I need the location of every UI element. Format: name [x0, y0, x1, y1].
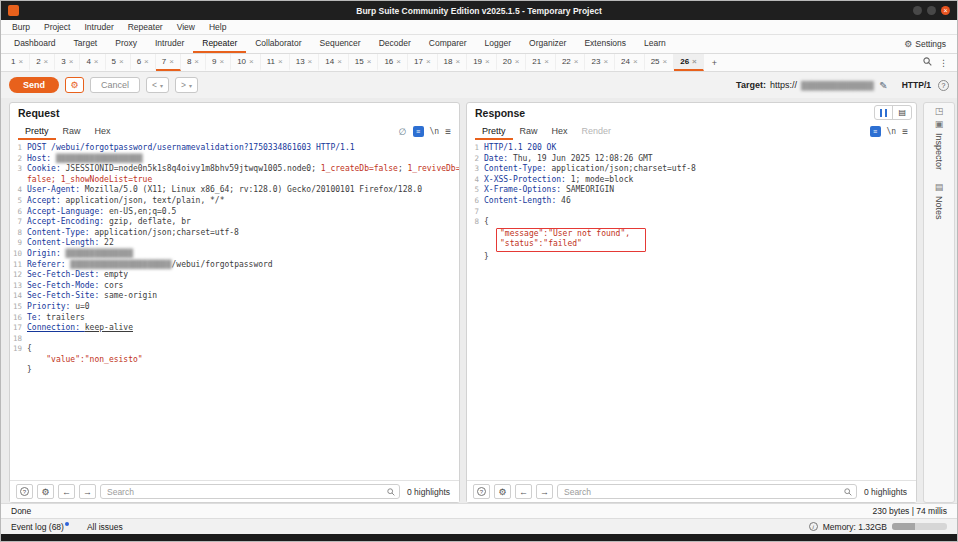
search-prev-button[interactable]: ←: [515, 484, 532, 499]
search-next-button[interactable]: →: [79, 484, 96, 499]
syntax-highlight-icon[interactable]: ≡: [413, 126, 424, 137]
repeater-tab-10[interactable]: 10×: [231, 54, 261, 71]
code-line[interactable]: 19{: [10, 344, 459, 355]
code-line[interactable]: 10Origin: ██████████████: [10, 249, 459, 260]
code-line[interactable]: 16Te: trailers: [10, 313, 459, 324]
code-line[interactable]: 17Connection: keep-alive: [10, 323, 459, 334]
close-window-button[interactable]: ×: [941, 6, 950, 15]
repeater-tab-22[interactable]: 22×: [556, 54, 586, 71]
repeater-tab-5[interactable]: 5×: [106, 54, 131, 71]
all-issues-link[interactable]: All issues: [87, 522, 123, 532]
repeater-tab-19[interactable]: 19×: [467, 54, 497, 71]
response-tab-raw[interactable]: Raw: [513, 123, 545, 140]
tab-overflow-icon[interactable]: ⋮: [939, 58, 948, 68]
repeater-tab-8[interactable]: 8×: [181, 54, 206, 71]
code-line[interactable]: 8Content-Type: application/json;charset=…: [10, 228, 459, 239]
code-line[interactable]: 2Date: Thu, 19 Jun 2025 12:08:26 GMT: [467, 154, 916, 165]
code-line[interactable]: 13Sec-Fetch-Mode: cors: [10, 281, 459, 292]
code-line[interactable]: 18: [10, 334, 459, 345]
tab-intruder[interactable]: Intruder: [146, 35, 193, 53]
response-editor[interactable]: 1HTTP/1.1 200 OK2Date: Thu, 19 Jun 2025 …: [467, 140, 916, 480]
back-button[interactable]: <▾: [146, 77, 169, 93]
response-tab-hex[interactable]: Hex: [545, 123, 575, 140]
request-tab-pretty[interactable]: Pretty: [18, 123, 56, 140]
code-line[interactable]: 6Accept-Language: en-US,en;q=0.5: [10, 207, 459, 218]
code-line[interactable]: 3Cookie: JSESSIONID=node0n5k1s8q4oivy1m8…: [10, 164, 459, 175]
response-tab-pretty[interactable]: Pretty: [475, 123, 513, 140]
menu-intruder[interactable]: Intruder: [77, 22, 120, 32]
close-tab-icon[interactable]: ×: [194, 57, 199, 66]
repeater-tab-6[interactable]: 6×: [131, 54, 156, 71]
repeater-tab-11[interactable]: 11×: [261, 54, 290, 71]
repeater-tab-17[interactable]: 17×: [408, 54, 438, 71]
settings-button[interactable]: ⚙ Settings: [897, 35, 953, 53]
code-line[interactable]: 15Priority: u=0: [10, 302, 459, 313]
repeater-tab-3[interactable]: 3×: [55, 54, 80, 71]
repeater-tab-9[interactable]: 9×: [206, 54, 231, 71]
close-tab-icon[interactable]: ×: [396, 57, 401, 66]
close-tab-icon[interactable]: ×: [574, 57, 579, 66]
code-line[interactable]: 1POST /webui/forgotpassword/usernamevali…: [10, 143, 459, 154]
search-help-button[interactable]: ?: [16, 484, 33, 499]
nonprintable-toggle-icon[interactable]: \n: [887, 127, 897, 136]
minimize-button[interactable]: [913, 6, 922, 15]
search-help-button[interactable]: ?: [473, 484, 490, 499]
close-tab-icon[interactable]: ×: [367, 57, 372, 66]
code-line[interactable]: }: [10, 365, 459, 376]
tab-sequencer[interactable]: Sequencer: [311, 35, 370, 53]
close-tab-icon[interactable]: ×: [69, 57, 74, 66]
sidebar-tab-notes[interactable]: ▤Notes: [934, 182, 944, 232]
code-line[interactable]: 1HTTP/1.1 200 OK: [467, 143, 916, 154]
menu-repeater[interactable]: Repeater: [121, 22, 170, 32]
code-line[interactable]: 4X-XSS-Protection: 1; mode=block: [467, 175, 916, 186]
edit-target-icon[interactable]: ✎: [877, 80, 889, 91]
repeater-tab-14[interactable]: 14×: [319, 54, 349, 71]
repeater-tab-21[interactable]: 21×: [526, 54, 556, 71]
intercept-pause-button[interactable]: [875, 106, 892, 119]
request-tab-hex[interactable]: Hex: [88, 123, 118, 140]
close-tab-icon[interactable]: ×: [119, 57, 124, 66]
code-line[interactable]: 12Sec-Fetch-Dest: empty: [10, 270, 459, 281]
code-line[interactable]: 3Content-Type: application/json;charset=…: [467, 164, 916, 175]
repeater-tab-15[interactable]: 15×: [349, 54, 379, 71]
tab-learn[interactable]: Learn: [635, 35, 675, 53]
code-line[interactable]: 8{: [467, 217, 916, 228]
repeater-tab-16[interactable]: 16×: [378, 54, 408, 71]
close-tab-icon[interactable]: ×: [426, 57, 431, 66]
layout-switch-button[interactable]: ▤: [892, 106, 911, 119]
tab-dashboard[interactable]: Dashboard: [5, 35, 65, 53]
close-tab-icon[interactable]: ×: [169, 57, 174, 66]
repeater-tab-2[interactable]: 2×: [30, 54, 55, 71]
maximize-button[interactable]: [927, 6, 936, 15]
request-editor[interactable]: 1POST /webui/forgotpassword/usernamevali…: [10, 140, 459, 480]
editor-menu-icon[interactable]: ≡: [902, 126, 908, 137]
close-tab-icon[interactable]: ×: [515, 57, 520, 66]
tab-target[interactable]: Target: [65, 35, 107, 53]
code-line[interactable]: false; 1_showNodeList=true: [10, 175, 459, 186]
tab-comparer[interactable]: Comparer: [420, 35, 476, 53]
code-line[interactable]: "value":"non_esisto": [10, 355, 459, 366]
search-tabs-icon[interactable]: [923, 57, 932, 68]
close-tab-icon[interactable]: ×: [663, 57, 668, 66]
menu-burp[interactable]: Burp: [5, 22, 37, 32]
forward-button[interactable]: >▾: [175, 77, 198, 93]
tab-extensions[interactable]: Extensions: [575, 35, 635, 53]
close-tab-icon[interactable]: ×: [278, 57, 283, 66]
request-search-input[interactable]: [100, 484, 400, 499]
menu-project[interactable]: Project: [37, 22, 77, 32]
code-line[interactable]: "message":"User not found","status":"fai…: [467, 228, 916, 252]
close-tab-icon[interactable]: ×: [692, 57, 697, 66]
search-settings-button[interactable]: ⚙: [494, 484, 511, 499]
request-options-button[interactable]: ⚙: [65, 77, 84, 93]
repeater-tab-18[interactable]: 18×: [438, 54, 468, 71]
close-tab-icon[interactable]: ×: [249, 57, 254, 66]
code-line[interactable]: 14Sec-Fetch-Site: same-origin: [10, 291, 459, 302]
event-log-link[interactable]: Event log (68): [11, 522, 69, 532]
url-encoding-icon[interactable]: ∅: [399, 127, 407, 137]
repeater-tab-24[interactable]: 24×: [615, 54, 645, 71]
info-icon[interactable]: i: [809, 522, 818, 531]
repeater-tab-26[interactable]: 26×: [674, 54, 704, 71]
help-icon[interactable]: ?: [938, 80, 949, 91]
editor-menu-icon[interactable]: ≡: [445, 126, 451, 137]
response-tab-render[interactable]: Render: [575, 123, 619, 140]
